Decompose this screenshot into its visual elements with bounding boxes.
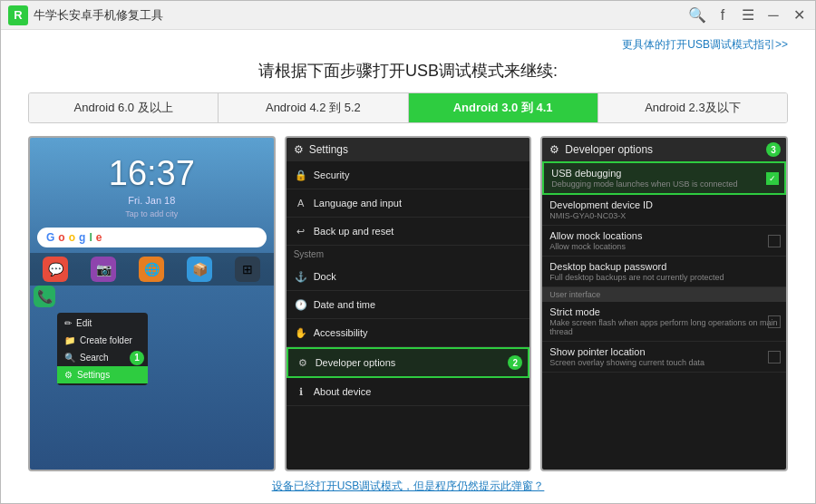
menu-settings[interactable]: ⚙ Settings <box>57 366 148 383</box>
bottom-link-area: 设备已经打开USB调试模式，但是程序仍然提示此弹窗？ <box>28 479 788 494</box>
search-label: Search <box>80 353 109 363</box>
usb-debug-title: USB debugging <box>551 168 777 179</box>
accessibility-icon: ✋ <box>294 325 308 340</box>
backup-icon: ↩ <box>294 224 308 238</box>
google-text: G <box>46 231 54 244</box>
settings-header: ⚙ Settings <box>287 138 530 161</box>
screen1-phone: 16:37 Fri. Jan 18 Tap to add city G o o … <box>28 136 276 471</box>
search-icon: 🔍 <box>64 353 75 363</box>
dev-pointer-location[interactable]: Show pointer location Screen overlay sho… <box>542 342 786 373</box>
usb-debug-checkbox[interactable]: ✓ <box>766 172 779 185</box>
dev-badge: 3 <box>766 142 781 157</box>
datetime-icon: 🕐 <box>294 297 308 312</box>
app-phone: 📞 <box>34 286 55 307</box>
strict-mode-checkbox[interactable] <box>768 315 781 328</box>
pointer-location-title: Show pointer location <box>549 346 779 357</box>
dev-header-title: Developer options <box>565 143 653 156</box>
create-folder-label: Create folder <box>80 335 132 345</box>
dev-backup-password[interactable]: Desktop backup password Full desktop bac… <box>542 257 786 287</box>
top-link-area: 更具体的打开USB调试模式指引>> <box>28 30 788 54</box>
pointer-location-checkbox[interactable] <box>768 351 781 363</box>
already-enabled-link[interactable]: 设备已经打开USB调试模式，但是程序仍然提示此弹窗？ <box>272 480 545 492</box>
tab-android2[interactable]: Android 2.3及以下 <box>598 93 787 122</box>
strict-mode-sub: Make screen flash when apps perform long… <box>549 318 779 336</box>
app-logo: R <box>8 5 28 25</box>
app-dark: ⊞ <box>235 257 260 282</box>
dev-usb-debugging[interactable]: USB debugging Debugging mode launches wh… <box>542 161 786 195</box>
menu-icon[interactable]: ☰ <box>739 6 757 24</box>
screen1-tap: Tap to add city <box>30 209 274 218</box>
settings-about[interactable]: ℹ About device <box>287 378 530 406</box>
titlebar-controls: 🔍 f ☰ ─ ✕ <box>688 6 808 24</box>
mock-locations-checkbox[interactable] <box>768 235 781 247</box>
app-blue: 📦 <box>187 257 212 282</box>
security-icon: 🔒 <box>294 168 308 182</box>
tab-android6[interactable]: Android 6.0 及以上 <box>29 93 219 122</box>
dev-strict-mode[interactable]: Strict mode Make screen flash when apps … <box>542 302 786 342</box>
main-window: R 牛学长安卓手机修复工具 🔍 f ☰ ─ ✕ 更具体的打开USB调试模式指引>… <box>0 0 816 504</box>
window-title: 牛学长安卓手机修复工具 <box>34 7 688 24</box>
screen2-phone: ⚙ Settings 🔒 Security A Language and inp… <box>285 136 532 471</box>
screen1-apps: 💬 📷 🌐 📦 ⊞ <box>30 253 274 286</box>
screen3-phone: ⚙ Developer options 3 USB debugging Debu… <box>540 136 788 471</box>
language-label: Language and input <box>314 198 402 208</box>
settings-security[interactable]: 🔒 Security <box>287 161 530 189</box>
app-camera: 📷 <box>91 257 116 282</box>
search-icon[interactable]: 🔍 <box>688 6 706 24</box>
folder-icon: 📁 <box>64 335 75 345</box>
menu-create-folder[interactable]: 📁 Create folder <box>57 332 148 349</box>
language-icon: A <box>294 196 308 210</box>
dev-mock-locations[interactable]: Allow mock locations Allow mock location… <box>542 226 786 257</box>
screen1-date: Fri. Jan 18 <box>30 195 274 206</box>
screen1-bottom-row: 📞 <box>30 286 274 309</box>
developer-badge: 2 <box>508 355 522 370</box>
developer-icon: ⚙ <box>296 355 310 370</box>
main-instruction: 请根据下面步骤打开USB调试模式来继续: <box>28 60 788 82</box>
dock-icon: ⚓ <box>294 269 308 284</box>
close-button[interactable]: ✕ <box>790 6 808 24</box>
ui-section-label: User interface <box>542 287 786 302</box>
developer-label: Developer options <box>316 357 396 368</box>
backup-pw-sub: Full desktop backups are not currently p… <box>549 273 779 282</box>
mock-locations-title: Allow mock locations <box>549 230 779 241</box>
settings-dock[interactable]: ⚓ Dock <box>287 263 530 291</box>
settings-developer[interactable]: ⚙ Developer options 2 <box>287 347 530 378</box>
menu-edit[interactable]: ✏ Edit <box>57 315 148 332</box>
edit-label: Edit <box>76 318 92 328</box>
search-badge: 1 <box>130 351 144 365</box>
settings-accessibility[interactable]: ✋ Accessibility <box>287 319 530 347</box>
titlebar: R 牛学长安卓手机修复工具 🔍 f ☰ ─ ✕ <box>1 1 815 30</box>
mock-locations-sub: Allow mock locations <box>549 242 779 251</box>
settings-datetime[interactable]: 🕐 Date and time <box>287 291 530 319</box>
tab-android3[interactable]: Android 3.0 到 4.1 <box>409 93 598 122</box>
usb-debug-sub: Debugging mode launches when USB is conn… <box>551 179 777 189</box>
tab-android4[interactable]: Android 4.2 到 5.2 <box>219 93 408 122</box>
minimize-button[interactable]: ─ <box>764 7 782 24</box>
about-icon: ℹ <box>294 384 308 399</box>
backup-label: Back up and reset <box>314 226 394 237</box>
screen1-google-bar: G o o g l e <box>37 228 267 247</box>
dev-device-id[interactable]: Development device ID NMIS-GYA0-NC03-X <box>542 195 786 226</box>
settings-label: Settings <box>77 370 110 380</box>
screenshots-area: 16:37 Fri. Jan 18 Tap to add city G o o … <box>28 136 788 471</box>
settings-icon: ⚙ <box>64 370 73 380</box>
usb-guide-link[interactable]: 更具体的打开USB调试模式指引>> <box>622 38 788 51</box>
app-orange: 🌐 <box>139 257 164 282</box>
dev-header-icon: ⚙ <box>549 143 559 156</box>
backup-pw-title: Desktop backup password <box>549 261 779 272</box>
settings-language[interactable]: A Language and input <box>287 189 530 218</box>
settings-title: Settings <box>309 143 348 156</box>
strict-mode-title: Strict mode <box>549 306 779 317</box>
security-label: Security <box>314 170 350 180</box>
dev-options-header: ⚙ Developer options 3 <box>542 138 786 161</box>
facebook-icon[interactable]: f <box>714 7 732 24</box>
settings-backup[interactable]: ↩ Back up and reset <box>287 218 530 246</box>
android-version-tabs: Android 6.0 及以上 Android 4.2 到 5.2 Androi… <box>28 92 788 123</box>
dock-label: Dock <box>314 271 336 282</box>
menu-search[interactable]: 🔍 Search 1 <box>57 349 148 366</box>
edit-icon: ✏ <box>64 318 72 328</box>
app-chat: 💬 <box>43 257 68 282</box>
device-id-sub: NMIS-GYA0-NC03-X <box>549 211 779 220</box>
screen1-time: 16:37 <box>30 154 274 193</box>
datetime-label: Date and time <box>314 299 375 310</box>
